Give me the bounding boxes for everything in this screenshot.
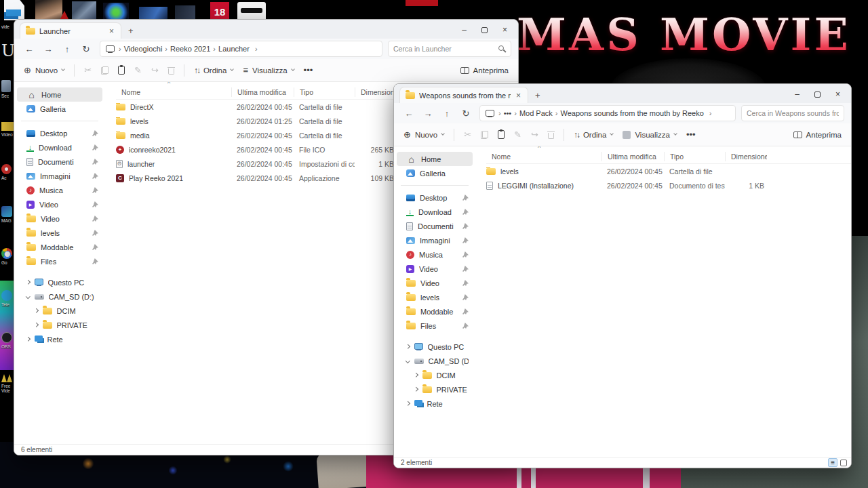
sidebar-pinned-item[interactable]: Musica	[397, 247, 473, 262]
view-button[interactable]: ≡ Visualizza	[243, 66, 294, 75]
tab-launcher[interactable]: Launcher ×	[20, 22, 121, 39]
desktop-thumbnail-misc[interactable]	[175, 5, 195, 20]
paste-icon[interactable]	[498, 130, 505, 139]
desktop-thumbnail-photo-person[interactable]	[35, 0, 62, 20]
delete-icon[interactable]	[548, 133, 554, 139]
sidebar-pinned-item[interactable]: Documenti	[17, 155, 102, 169]
breadcrumb-item[interactable]: Weapons sounds from the mouth by Reeko	[559, 109, 705, 117]
preview-button[interactable]: Anteprima	[473, 66, 509, 75]
column-header[interactable]: Dimensione	[355, 87, 397, 97]
refresh-button[interactable]: ↻	[78, 44, 94, 54]
desktop-icon[interactable]: Sec	[0, 77, 15, 119]
copy-icon[interactable]	[481, 131, 488, 139]
column-header[interactable]: Ultima modifica	[231, 87, 294, 97]
sidebar-pinned-item[interactable]: Video	[397, 262, 473, 276]
more-options-icon[interactable]: •••	[304, 66, 313, 75]
tab-close-icon[interactable]: ×	[515, 91, 522, 100]
desktop-icon[interactable]: vide	[0, 22, 15, 39]
back-button[interactable]: ←	[21, 44, 37, 54]
sidebar-item-galleria[interactable]: Galleria	[17, 102, 102, 116]
tab-close-icon[interactable]: ×	[108, 26, 115, 36]
breadcrumb-item[interactable]: Mod Pack	[518, 109, 554, 117]
breadcrumb-item[interactable]: Reeko 2021	[169, 45, 212, 53]
sidebar-tree-item[interactable]: Rete	[397, 396, 473, 411]
column-header[interactable]: Dimensione	[725, 152, 767, 161]
status-thumbnail-view-toggle[interactable]	[840, 460, 847, 466]
sort-button[interactable]: ↑↓ Ordina	[574, 130, 614, 140]
cut-icon[interactable]: ✂	[464, 130, 471, 139]
search-icon[interactable]	[498, 45, 506, 53]
share-icon[interactable]: ↪	[151, 66, 159, 75]
sidebar-tree-item[interactable]: PRIVATE	[397, 382, 473, 396]
delete-icon[interactable]	[168, 68, 174, 75]
tree-chevron-icon[interactable]	[406, 401, 410, 405]
breadcrumb-item[interactable]: Launcher	[217, 45, 251, 53]
back-button[interactable]: ←	[401, 108, 417, 119]
minimize-button[interactable]: –	[462, 25, 467, 35]
forward-button[interactable]: →	[420, 108, 436, 119]
sidebar-tree-item[interactable]: Rete	[17, 332, 102, 346]
sidebar-item-home[interactable]: Home	[397, 152, 473, 166]
tree-chevron-icon[interactable]	[406, 344, 410, 348]
new-tab-button[interactable]: +	[128, 26, 134, 36]
sidebar-pinned-item[interactable]: Video	[17, 197, 102, 211]
sidebar-pinned-item[interactable]: Immagini	[17, 169, 102, 183]
paste-icon[interactable]	[118, 66, 125, 75]
desktop-icon[interactable]: Go	[0, 245, 15, 287]
new-button[interactable]: ⊕ Nuovo	[403, 130, 444, 139]
desktop-thumbnail-photo[interactable]	[72, 1, 96, 20]
breadcrumb-item[interactable]: •••	[502, 109, 513, 117]
status-list-view-toggle[interactable]: ≡	[828, 458, 837, 467]
column-header[interactable]: Nome	[116, 88, 231, 96]
sidebar-tree-item[interactable]: DCIM	[17, 304, 102, 318]
sidebar-pinned-item[interactable]: Video	[17, 211, 102, 226]
desktop-thumbnail-sunglasses[interactable]	[237, 2, 266, 21]
breadcrumb-item[interactable]: Videogiochi	[123, 45, 164, 53]
forward-button[interactable]: →	[40, 44, 56, 54]
sort-button[interactable]: ↑↓ Ordina	[194, 66, 234, 75]
search-box[interactable]: Cerca in Launcher	[388, 41, 511, 57]
column-header[interactable]: Tipo	[664, 152, 725, 161]
sidebar-pinned-item[interactable]: Download	[17, 140, 102, 155]
new-tab-button[interactable]: +	[535, 90, 540, 100]
desktop-thumbnail-blue[interactable]	[139, 7, 167, 19]
rename-icon[interactable]: ✎	[514, 130, 521, 139]
sidebar-item-galleria[interactable]: Galleria	[397, 166, 473, 180]
sidebar-pinned-item[interactable]: Video	[397, 276, 473, 290]
close-button[interactable]: ×	[502, 25, 507, 35]
desktop-thumbnail-document[interactable]	[4, 0, 24, 20]
tree-chevron-icon[interactable]	[414, 387, 418, 391]
more-options-icon[interactable]: •••	[686, 130, 696, 139]
desktop-icon[interactable]: Tele	[0, 287, 15, 329]
sidebar-tree-item[interactable]: Questo PC	[17, 275, 102, 289]
sidebar-pinned-item[interactable]: Files	[17, 254, 102, 268]
sidebar-pinned-item[interactable]: Musica	[17, 183, 102, 197]
column-header[interactable]: Tipo	[294, 87, 355, 97]
sidebar-tree-item[interactable]: CAM_SD (D:)	[397, 354, 473, 368]
preview-button[interactable]: Anteprima	[806, 131, 842, 139]
address-bar[interactable]: ••• Mod Pack Weapons sounds from the mou…	[479, 105, 736, 121]
tree-chevron-icon[interactable]	[34, 323, 38, 327]
new-button[interactable]: ⊕ Nuovo	[24, 66, 64, 75]
desktop-thumbnail-butterfly[interactable]	[103, 3, 129, 20]
tree-chevron-icon[interactable]	[406, 359, 410, 363]
sidebar-pinned-item[interactable]: Desktop	[17, 126, 102, 140]
minimize-button[interactable]: –	[795, 89, 800, 99]
desktop-icon[interactable]: MAG	[0, 203, 15, 245]
desktop-icon[interactable]: Free Vide	[0, 371, 15, 413]
up-button[interactable]: ↑	[439, 108, 455, 119]
search-box[interactable]: Cerca in Weapons sounds from th	[741, 105, 844, 121]
column-header[interactable]: Ultima modifica	[601, 152, 664, 161]
tree-chevron-icon[interactable]	[26, 280, 30, 284]
maximize-button[interactable]	[814, 92, 821, 98]
sidebar-pinned-item[interactable]: Immagini	[397, 233, 473, 247]
sidebar-tree-item[interactable]: DCIM	[397, 368, 473, 382]
sidebar-pinned-item[interactable]: Documenti	[397, 219, 473, 233]
refresh-button[interactable]: ↻	[458, 108, 474, 119]
tree-chevron-icon[interactable]	[414, 373, 418, 377]
copy-icon[interactable]	[101, 66, 108, 75]
sidebar-pinned-item[interactable]: Desktop	[397, 190, 473, 205]
sidebar-pinned-item[interactable]: Files	[397, 319, 473, 333]
file-row[interactable]: levels 26/02/2024 00:45 Cartella di file	[486, 164, 851, 178]
sidebar-pinned-item[interactable]: levels	[397, 290, 473, 304]
